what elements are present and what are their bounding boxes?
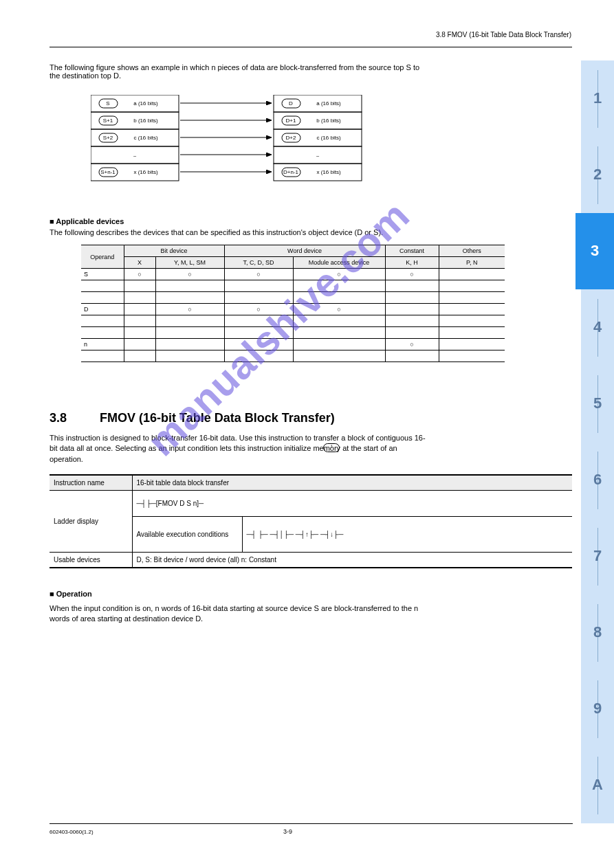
f-exec-label: Available execution conditions — [132, 516, 242, 552]
map-intro: The following figure shows an example in… — [50, 63, 419, 80]
section-title: FMOV (16-bit Table Data Block Transfer) — [100, 411, 335, 425]
op2: words of area starting at destination de… — [50, 614, 203, 623]
map-dl2: c (16 bits) — [316, 135, 340, 141]
mapping-diagram: S S+1 S+2 ~ S+n-1 a (16 bits) b (16 bits… — [91, 95, 380, 198]
map-d4: D+n-1 — [283, 169, 299, 175]
sec-sub3: operation. — [50, 455, 83, 463]
row-blank4 — [81, 327, 505, 339]
f-ladder-label: Ladder display — [50, 491, 132, 553]
head-operand: Operand — [81, 245, 124, 269]
map-d0: D — [289, 100, 293, 107]
applicable-sub: The following describes the devices that… — [50, 228, 383, 236]
tab-a[interactable]: A — [581, 747, 614, 823]
f-dev: D, S: Bit device / word device (all) n: … — [132, 553, 572, 568]
sh-pn: P, N — [439, 257, 505, 269]
op1: When the input condition is on, n words … — [50, 604, 418, 612]
sh-tcd: T, C, D, SD — [224, 257, 293, 269]
map-sl1: b (16 bits) — [133, 118, 158, 124]
map-sl4: x (16 bits) — [133, 169, 157, 175]
footer-center: 3-9 — [0, 828, 575, 835]
tab-7[interactable]: 7 — [581, 518, 614, 594]
fh-right: 16-bit table data block transfer — [132, 475, 572, 491]
pulse-icon: ↑ — [323, 443, 340, 452]
tab-3-active[interactable]: 3 — [575, 213, 614, 289]
tab-9[interactable]: 9 — [581, 671, 614, 747]
row-blank2 — [81, 292, 505, 304]
tab-6[interactable]: 6 — [581, 442, 614, 518]
map-s1: S+1 — [103, 118, 113, 124]
map-s4: S+n-1 — [100, 169, 116, 175]
tab-1[interactable]: 1 — [581, 60, 614, 137]
sh-ym: Y, M, L, SM — [155, 257, 224, 269]
sh-x: X — [124, 257, 155, 269]
sh-kh: K, H — [385, 257, 439, 269]
tab-2[interactable]: 2 — [581, 137, 614, 213]
map-s2: S+2 — [103, 135, 113, 141]
map-sl0: a (16 bits) — [133, 100, 158, 107]
map-dl4: x (16 bits) — [316, 169, 340, 175]
row-blank5 — [81, 350, 505, 362]
map-s0: S — [106, 100, 109, 107]
map-d3: ~ — [316, 153, 320, 159]
row-d: D ○ ○ ○ — [81, 304, 505, 315]
head-word: Word device — [224, 245, 385, 257]
row-blank3 — [81, 315, 505, 327]
map-d2: D+2 — [286, 135, 296, 141]
applicable-table: Operand Bit device Word device Constant … — [81, 245, 505, 362]
map-dl0: a (16 bits) — [316, 100, 341, 107]
map-s3: ~ — [133, 153, 137, 159]
sec-sub2: bit data all at once. Selecting as an in… — [50, 444, 397, 452]
op-body: When the input condition is on, n words … — [50, 603, 418, 625]
row-blank1 — [81, 280, 505, 292]
head-const: Constant — [385, 245, 439, 257]
sec-sub1: This instruction is designed to block-tr… — [50, 434, 426, 442]
page-header-right: 3.8 FMOV (16-bit Table Data Block Transf… — [436, 31, 571, 38]
header-rule — [50, 47, 572, 47]
op-head: ■ Operation — [50, 590, 92, 598]
map-intro-l1: The following figure shows an example in… — [50, 63, 419, 71]
head-bit: Bit device — [124, 245, 224, 257]
tab-8[interactable]: 8 — [581, 594, 614, 671]
f-dev-label: Usable devices — [50, 553, 132, 568]
tab-4[interactable]: 4 — [581, 289, 614, 366]
applicable-head: ■ Applicable devices — [50, 217, 124, 225]
f-ladder: ─┤├─[FMOV D S n]─ — [132, 491, 572, 517]
row-s: S ○ ○ ○ ○ ○ — [81, 269, 505, 280]
head-others: Others — [439, 245, 505, 257]
tab-5[interactable]: 5 — [581, 366, 614, 442]
map-dl1: b (16 bits) — [316, 118, 341, 124]
section-number: 3.8 — [50, 411, 67, 425]
fh-left: Instruction name — [50, 475, 132, 491]
footer-rule — [50, 823, 573, 824]
f-exec: ─┤ ├─ ─┤│├─ ─┤↑├─ ─┤↓├─ — [242, 516, 572, 552]
map-sl2: c (16 bits) — [133, 135, 157, 141]
fmov-table: Instruction name 16-bit table data block… — [50, 474, 572, 568]
map-intro-l2: the destination top D. — [50, 71, 121, 80]
sh-mad: Module access device — [293, 257, 385, 269]
row-n: n ○ — [81, 339, 505, 350]
map-d1: D+1 — [286, 118, 296, 124]
